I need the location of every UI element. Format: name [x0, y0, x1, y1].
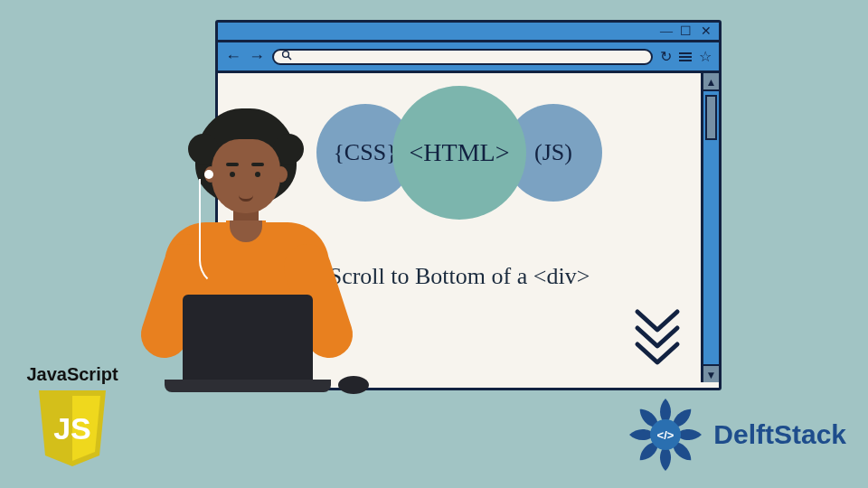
delftstack-emblem-icon: </> — [627, 396, 704, 474]
menu-button[interactable] — [679, 52, 692, 61]
search-icon — [281, 50, 292, 64]
svg-text:</>: </> — [657, 428, 675, 442]
javascript-label: JavaScript — [18, 364, 127, 385]
scroll-thumb[interactable] — [705, 95, 717, 140]
js-initials: JS — [53, 411, 91, 446]
person-eye-left — [230, 172, 235, 177]
person-eye-right — [255, 172, 260, 177]
scroll-down-icon — [632, 308, 683, 370]
maximize-button[interactable]: ☐ — [680, 25, 692, 38]
javascript-shield-icon: JS — [35, 389, 109, 468]
browser-toolbar: ← → ↻ ☆ — [218, 42, 719, 73]
tech-bubbles: {CSS} <HTML> (JS) — [316, 86, 602, 220]
svg-line-1 — [288, 56, 291, 59]
person-brow-right — [251, 163, 264, 166]
computer-mouse-icon — [338, 376, 369, 394]
scroll-down-button[interactable]: ▼ — [703, 364, 719, 382]
scroll-up-button[interactable]: ▲ — [703, 73, 719, 91]
minimize-button[interactable]: — — [660, 25, 671, 38]
svg-point-0 — [283, 51, 289, 57]
laptop-screen — [183, 295, 313, 381]
vertical-scrollbar[interactable]: ▲ ▼ — [701, 73, 719, 382]
laptop-base — [165, 380, 331, 392]
window-titlebar: — ☐ ✕ — [218, 23, 719, 42]
refresh-button[interactable]: ↻ — [660, 48, 672, 65]
bubble-html: <HTML> — [392, 86, 526, 220]
delftstack-name: DelftStack — [713, 419, 846, 450]
close-button[interactable]: ✕ — [701, 25, 712, 38]
favorite-button[interactable]: ☆ — [699, 48, 712, 65]
forward-button[interactable]: → — [249, 47, 265, 66]
javascript-badge: JavaScript JS — [18, 364, 127, 468]
earbud-wire — [199, 179, 226, 287]
person-brow-left — [226, 163, 239, 166]
person-illustration — [89, 107, 351, 405]
address-bar[interactable] — [272, 49, 653, 65]
delftstack-logo: </> DelftStack — [627, 396, 846, 474]
back-button[interactable]: ← — [225, 47, 241, 66]
earbud-icon — [204, 170, 213, 179]
